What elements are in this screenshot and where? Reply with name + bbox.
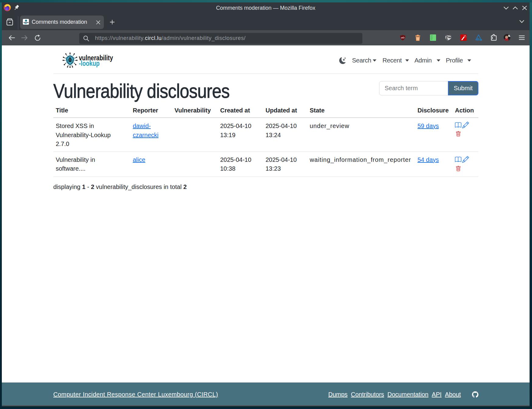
- svg-text:uO: uO: [401, 36, 404, 39]
- svg-text:-lookup: -lookup: [79, 59, 100, 67]
- svg-text:ax: ax: [477, 37, 480, 40]
